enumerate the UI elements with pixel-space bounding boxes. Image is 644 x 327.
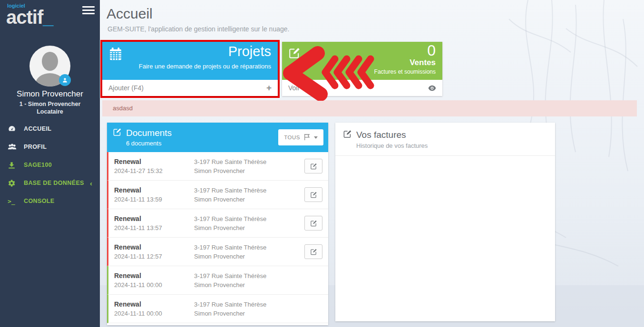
- page-subtitle: GEM-SUITE, l'application de gestion inte…: [107, 25, 289, 33]
- edit-icon: [113, 127, 122, 138]
- voir-label: Voir: [288, 84, 300, 92]
- plus-icon[interactable]: +: [266, 83, 272, 93]
- document-address: 3-197 Rue Sainte Thérèse: [194, 157, 266, 166]
- edit-icon: [288, 47, 301, 61]
- edit-icon: [343, 129, 352, 140]
- tile-ventes-footer[interactable]: Voir: [282, 80, 442, 96]
- document-address: 3-197 Rue Sainte Thérèse: [194, 186, 266, 195]
- document-person: Simon Provencher: [194, 195, 266, 204]
- sidebar-item-label: ACCUEIL: [24, 125, 51, 132]
- gear-icon: [8, 179, 18, 187]
- menu-toggle-icon[interactable]: [82, 6, 95, 16]
- avatar[interactable]: [29, 46, 70, 87]
- logo-underscore: _: [43, 7, 53, 28]
- edit-document-button[interactable]: [304, 159, 322, 173]
- documents-header: Documents 6 documents TOUS: [107, 123, 328, 152]
- document-person: Simon Provencher: [194, 223, 266, 232]
- document-date: 2024-11-27 15:32: [114, 166, 194, 175]
- document-address: 3-197 Rue Sainte Thérèse: [194, 243, 266, 252]
- documents-title: Documents: [126, 128, 172, 138]
- dashboard-icon: [8, 125, 18, 133]
- document-name: Renewal: [114, 271, 194, 280]
- documents-card: Documents 6 documents TOUS Renewal 2024-…: [107, 123, 328, 325]
- document-date: 2024-11-11 13:59: [114, 195, 194, 204]
- eye-icon[interactable]: [428, 85, 436, 91]
- document-name: Renewal: [114, 300, 194, 309]
- sidebar-item-profil[interactable]: PROFIL: [0, 138, 100, 156]
- document-row[interactable]: Renewal 2024-11-11 00:00 3-197 Rue Saint…: [107, 266, 328, 295]
- sidebar-item-label: PROFIL: [24, 144, 47, 150]
- caret-down-icon: [314, 136, 318, 139]
- sidebar-item-label: BASE DE DONNÉES: [24, 180, 84, 186]
- document-person: Simon Provencher: [194, 280, 266, 289]
- user-name: Simon Provencher: [0, 89, 100, 99]
- ventes-title: Ventes: [410, 58, 436, 67]
- ajouter-label: Ajouter (F4): [108, 84, 144, 92]
- tile-ventes[interactable]: 0 Ventes Factures et soumissions Voir: [282, 42, 442, 96]
- ventes-subtitle: Factures et soumissions: [374, 68, 436, 75]
- factures-title: Vos factures: [356, 130, 406, 140]
- document-row[interactable]: Renewal 2024-11-27 15:32 3-197 Rue Saint…: [107, 152, 328, 181]
- sidebar-item-label: SAGE100: [24, 162, 52, 168]
- user-account: 1 - Simon Provencher: [0, 101, 100, 107]
- tile-projets[interactable]: Projets Faire une demande de projets ou …: [102, 42, 278, 96]
- sidebar-item-sage100[interactable]: SAGE100: [0, 156, 100, 174]
- chevron-left-icon: ‹: [90, 179, 92, 187]
- alert-banner: asdasd: [102, 100, 637, 116]
- document-name: Renewal: [114, 157, 194, 166]
- document-address: 3-197 Rue Sainte Thérèse: [194, 300, 266, 309]
- filter-label: TOUS: [284, 135, 300, 140]
- sidebar-menu: ACCUEIL PROFIL SAGE100 BASE DE DONNÉES ‹…: [0, 120, 100, 210]
- documents-list: Renewal 2024-11-27 15:32 3-197 Rue Saint…: [107, 152, 328, 325]
- sidebar-item-base-de-donnees[interactable]: BASE DE DONNÉES ‹: [0, 174, 100, 192]
- document-date: 2024-11-11 00:00: [114, 309, 194, 318]
- edit-document-button[interactable]: [304, 244, 322, 259]
- sidebar-item-label: CONSOLE: [24, 198, 55, 204]
- document-address: 3-197 Rue Sainte Thérèse: [194, 214, 266, 223]
- document-date: 2024-11-11 00:00: [114, 280, 194, 289]
- document-address: 3-197 Rue Sainte Thérèse: [194, 271, 266, 280]
- tile-projets-footer[interactable]: Ajouter (F4) +: [102, 80, 278, 96]
- tile-projets-title: Projets: [228, 44, 271, 59]
- edit-document-button[interactable]: [304, 187, 322, 202]
- document-date: 2024-11-11 13:57: [114, 223, 194, 232]
- red-annotation-rectangle: Projets Faire une demande de projets ou …: [100, 40, 280, 98]
- document-date: 2024-11-11 12:57: [114, 252, 194, 261]
- document-row[interactable]: Renewal 2024-11-11 12:57 3-197 Rue Saint…: [107, 238, 328, 266]
- document-person: Simon Provencher: [194, 309, 266, 318]
- document-row[interactable]: Renewal 2024-11-11 13:57 3-197 Rue Saint…: [107, 209, 328, 238]
- tile-projets-subtitle: Faire une demande de projets ou de répar…: [139, 63, 271, 70]
- logo-text: actif_: [6, 7, 53, 28]
- document-row[interactable]: Renewal 2024-11-11 13:59 3-197 Rue Saint…: [107, 181, 328, 209]
- sidebar-item-console[interactable]: >_ CONSOLE: [0, 192, 100, 210]
- divider: [335, 155, 555, 156]
- document-name: Renewal: [114, 214, 194, 223]
- terminal-icon: >_: [8, 198, 18, 205]
- documents-filter-button[interactable]: TOUS: [278, 129, 323, 145]
- ventes-count: 0: [427, 43, 436, 58]
- document-name: Renewal: [114, 186, 194, 195]
- flag-icon: [304, 134, 310, 142]
- sidebar-item-accueil[interactable]: ACCUEIL: [0, 120, 100, 138]
- document-name: Renewal: [114, 243, 194, 252]
- document-person: Simon Provencher: [194, 166, 266, 175]
- download-icon: [8, 161, 18, 169]
- page-title: Accueil: [107, 6, 153, 22]
- user-badge-icon: [59, 74, 71, 86]
- document-row[interactable]: Renewal 2024-11-11 00:00 3-197 Rue Saint…: [107, 295, 328, 323]
- users-icon: [8, 143, 18, 151]
- sidebar: logiciel actif_ Simon Provencher 1 - Sim…: [0, 0, 100, 327]
- factures-subtitle: Historique de vos factures: [356, 142, 547, 149]
- user-role: Locataire: [0, 108, 100, 115]
- calendar-icon: [108, 47, 123, 63]
- document-person: Simon Provencher: [194, 252, 266, 261]
- factures-card: Vos factures Historique de vos factures: [335, 123, 555, 321]
- edit-document-button[interactable]: [304, 216, 322, 231]
